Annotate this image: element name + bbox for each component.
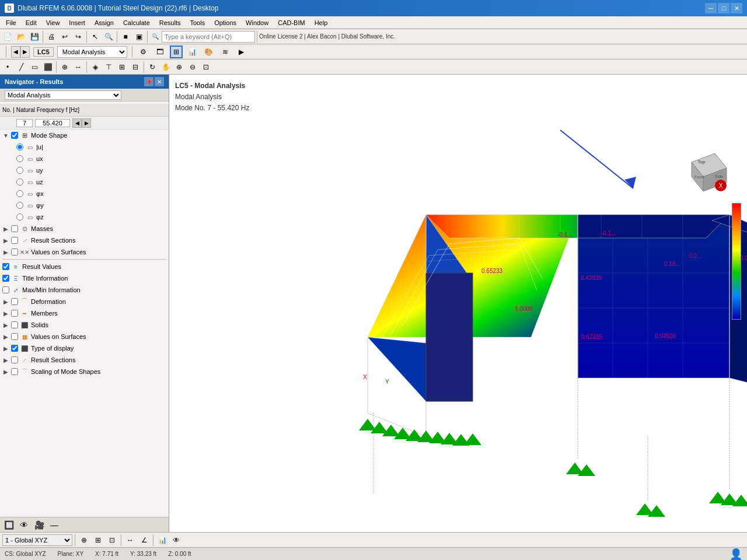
- radio-ux[interactable]: [16, 155, 23, 162]
- top-view-button[interactable]: ⊤: [102, 61, 115, 74]
- tree-item-phiz[interactable]: ▭ φz: [0, 211, 169, 223]
- expand-members-icon[interactable]: ▶: [2, 310, 9, 317]
- nav-bottom-btn2[interactable]: 👁: [18, 519, 30, 531]
- tree-item-scaling-mode-shapes[interactable]: ▶ ⌒ Scaling of Mode Shapes: [0, 366, 169, 377]
- menu-assign[interactable]: Assign: [90, 18, 118, 27]
- nav-close-button[interactable]: ✕: [155, 77, 164, 86]
- menu-help[interactable]: Help: [310, 18, 333, 27]
- radio-uz[interactable]: [16, 178, 23, 186]
- nav-bottom-btn3[interactable]: 🎥: [33, 519, 46, 531]
- btb-measure-btn[interactable]: ↔: [124, 534, 137, 547]
- freq-next-button[interactable]: ▶: [82, 118, 91, 128]
- tree-item-title-info[interactable]: Ξ Title Information: [0, 272, 169, 284]
- front-view-button[interactable]: ⊞: [116, 61, 128, 74]
- tree-item-values-surfaces[interactable]: ▶ ✕✕ Values on Surfaces: [0, 246, 169, 258]
- tree-item-type-display[interactable]: ▶ ⬛ Type of display: [0, 342, 169, 354]
- menu-insert[interactable]: Insert: [64, 18, 90, 27]
- expand-result-sections-top-icon[interactable]: ▶: [2, 237, 9, 244]
- analysis-type-dropdown[interactable]: Modal Analysis: [57, 46, 127, 58]
- nav-analysis-dropdown[interactable]: Modal Analysis: [5, 90, 121, 100]
- radio-u-abs[interactable]: [16, 144, 23, 150]
- expand-values-surfaces-icon[interactable]: ▶: [2, 249, 9, 256]
- btb-snap-btn[interactable]: ⊕: [78, 534, 90, 547]
- animate-button[interactable]: ▶: [235, 46, 248, 58]
- tree-item-ux[interactable]: ▭ ux: [0, 153, 169, 164]
- title-info-checkbox[interactable]: [2, 275, 9, 282]
- btb-view-btn[interactable]: 👁: [170, 534, 183, 547]
- select-button[interactable]: ↖: [89, 30, 102, 43]
- keyword-search[interactable]: [162, 31, 255, 43]
- rotate-button[interactable]: ↻: [146, 61, 159, 74]
- freq-no-input[interactable]: [16, 119, 33, 127]
- zoom-button[interactable]: 🔍: [102, 30, 115, 43]
- expand-mode-shape-icon[interactable]: ▼: [2, 132, 9, 139]
- save-button[interactable]: 💾: [28, 30, 41, 43]
- radio-phix[interactable]: [16, 190, 23, 197]
- result-sections-bottom-checkbox[interactable]: [11, 356, 18, 363]
- type-display-checkbox[interactable]: [11, 345, 18, 352]
- tree-item-solids[interactable]: ▶ ⬛ Solids: [0, 319, 169, 331]
- tree-item-values-surfaces-bottom[interactable]: ▶ ▦ Values on Surfaces: [0, 331, 169, 342]
- section-button[interactable]: ⊕: [58, 61, 71, 74]
- tree-item-mode-shape[interactable]: ▼ ⊞ Mode Shape: [0, 130, 169, 141]
- fit-button[interactable]: ⊡: [200, 61, 212, 74]
- lc-next-button[interactable]: ▶: [20, 46, 30, 58]
- dimension-button[interactable]: ↔: [72, 61, 85, 74]
- radio-phiz[interactable]: [16, 214, 23, 220]
- tree-item-members[interactable]: ▶ ━ Members: [0, 307, 169, 319]
- open-button[interactable]: 📂: [15, 30, 27, 43]
- menu-cad-bim[interactable]: CAD-BIM: [273, 18, 309, 27]
- menu-results[interactable]: Results: [155, 18, 186, 27]
- tree-item-uz[interactable]: ▭ uz: [0, 176, 169, 188]
- tree-item-masses[interactable]: ▶ ⊙ Masses: [0, 223, 169, 235]
- contour-button[interactable]: ≋: [219, 46, 232, 58]
- menu-edit[interactable]: Edit: [21, 18, 41, 27]
- expand-values-surfaces-bottom-icon[interactable]: ▶: [2, 333, 9, 340]
- radio-uy[interactable]: [16, 167, 23, 174]
- pan-button[interactable]: ✋: [159, 61, 172, 74]
- expand-type-display-icon[interactable]: ▶: [2, 345, 9, 352]
- radio-phiy[interactable]: [16, 202, 23, 209]
- btb-grid-btn[interactable]: ⊞: [92, 534, 104, 547]
- tree-item-phiy[interactable]: ▭ φy: [0, 200, 169, 211]
- expand-masses-icon[interactable]: ▶: [2, 225, 9, 232]
- tree-item-u-abs[interactable]: ▭ |u|: [0, 141, 169, 153]
- expand-result-sections-bottom-icon[interactable]: ▶: [2, 356, 9, 363]
- expand-deformation-icon[interactable]: ▶: [2, 298, 9, 305]
- tree-item-maxmin-info[interactable]: ⤢ Max/Min Information: [0, 284, 169, 296]
- lc-prev-button[interactable]: ◀: [11, 46, 20, 58]
- close-button[interactable]: ✕: [731, 3, 742, 13]
- result-values-checkbox[interactable]: [2, 263, 9, 270]
- view-cube[interactable]: Top Front Side X: [683, 150, 729, 197]
- zoom-in-button[interactable]: ⊕: [173, 61, 186, 74]
- members-checkbox[interactable]: [11, 310, 18, 317]
- tree-item-deformation[interactable]: ▶ ⌒ Deformation: [0, 296, 169, 307]
- iso-view-button[interactable]: ◈: [89, 61, 102, 74]
- freq-prev-button[interactable]: ◀: [72, 118, 82, 128]
- values-surfaces-bottom-checkbox[interactable]: [11, 333, 18, 340]
- tree-item-uy[interactable]: ▭ uy: [0, 164, 169, 176]
- view-3d-button[interactable]: 🗔: [153, 46, 166, 58]
- solid-button[interactable]: ⬛: [41, 61, 54, 74]
- minimize-button[interactable]: ─: [705, 3, 717, 13]
- tree-item-phix[interactable]: ▭ φx: [0, 188, 169, 200]
- zoom-out-button[interactable]: ⊖: [186, 61, 199, 74]
- maximize-button[interactable]: □: [718, 3, 729, 13]
- tree-item-result-values[interactable]: ≡ Result Values: [0, 261, 169, 272]
- wireframe-button[interactable]: ▣: [132, 30, 145, 43]
- solids-checkbox[interactable]: [11, 321, 18, 328]
- btb-ortho-btn[interactable]: ⊡: [106, 534, 118, 547]
- nav-bottom-btn4[interactable]: —: [48, 519, 61, 531]
- deformation-checkbox[interactable]: [11, 298, 18, 305]
- line-button[interactable]: ╱: [15, 61, 27, 74]
- new-button[interactable]: 📄: [1, 30, 14, 43]
- values-surfaces-checkbox[interactable]: [11, 249, 18, 256]
- menu-file[interactable]: File: [1, 18, 21, 27]
- masses-checkbox[interactable]: [11, 225, 18, 232]
- nav-pin-button[interactable]: 📌: [144, 77, 153, 86]
- expand-scaling-mode-shapes-icon[interactable]: ▶: [2, 368, 9, 375]
- render-button[interactable]: ■: [119, 30, 132, 43]
- btb-angle-btn[interactable]: ∠: [138, 534, 151, 547]
- tree-item-result-sections-top[interactable]: ▶ ⟋ Result Sections: [0, 235, 169, 246]
- maxmin-info-checkbox[interactable]: [2, 286, 9, 293]
